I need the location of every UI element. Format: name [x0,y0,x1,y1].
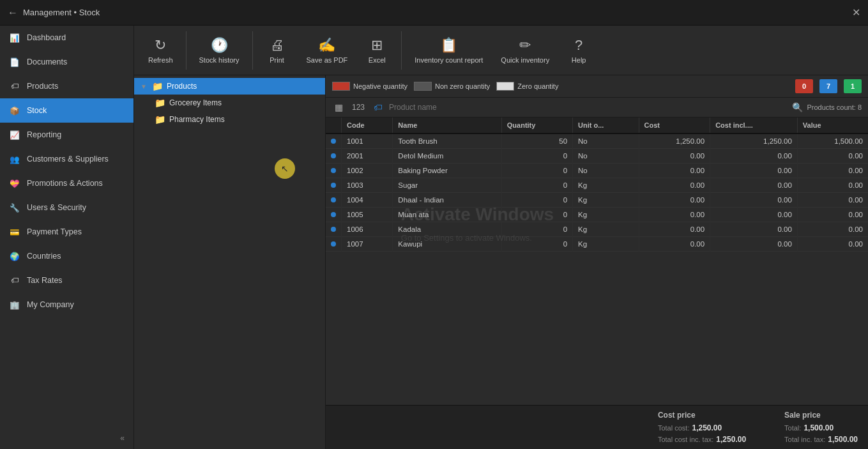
back-button[interactable]: ← [8,7,18,19]
tree-label-products-root: Products [167,82,197,91]
tree-item-products-root[interactable]: ▼ 📁 Products [134,78,325,95]
toolbar-btn-refresh[interactable]: ↻ Refresh [141,32,181,69]
badge-blue[interactable]: 7 [819,79,837,93]
footer-totals: Cost price Total cost: 1,250.00 Total co… [326,405,868,449]
sidebar-item-payment[interactable]: 💳 Payment Types [0,220,133,244]
row-quantity-0: 50 [501,133,572,149]
row-dot-4 [326,193,342,208]
pharmacy-folder-icon: 📁 [155,114,165,125]
col-code[interactable]: Code [342,118,393,133]
row-code-1: 2001 [342,149,393,164]
sidebar-item-dashboard[interactable]: 📊 Dashboard [0,26,133,50]
row-code-6: 1006 [342,222,393,237]
total-cost-inc-value: 1,250.00 [716,435,746,444]
sidebar-item-promotions[interactable]: 💝 Promotions & Actions [0,171,133,195]
row-quantity-7: 0 [501,237,572,252]
quick-inventory-icon: ✏ [519,37,531,54]
row-dot-2 [326,164,342,178]
tag-filter-icon[interactable]: 🏷 [371,101,385,114]
col-value[interactable]: Value [797,118,868,133]
sidebar-item-countries[interactable]: 🌍 Countries [0,244,133,268]
tax-icon: 🏷 [9,275,20,286]
legend-box-zero [496,82,514,91]
sidebar-collapse-button[interactable]: « [0,427,133,449]
sidebar-item-tax[interactable]: 🏷 Tax Rates [0,268,133,293]
table-row[interactable]: 1004 Dhaal - Indian 0 Kg 0.00 0.00 0.00 [326,193,868,208]
barcode-scan-icon[interactable]: ▦ [332,101,346,114]
table-row[interactable]: 1002 Baking Powder 0 No 0.00 0.00 0.00 [326,164,868,178]
row-code-4: 1004 [342,193,393,208]
stock-icon: 📦 [9,105,20,116]
sidebar-item-products[interactable]: 🏷 Products [0,74,133,98]
sidebar-label-products: Products [27,82,58,91]
table-row[interactable]: 1001 Tooth Brush 50 No 1,250.00 1,250.00… [326,133,868,149]
countries-icon: 🌍 [9,250,20,262]
number-icon[interactable]: 123 [349,102,367,113]
row-name-6: Kadala [393,222,501,237]
badge-red[interactable]: 0 [795,79,813,93]
legend-zero: Zero quantity [496,82,558,91]
dashboard-icon: 📊 [9,32,20,43]
sidebar-label-promotions: Promotions & Actions [27,179,103,188]
payment-icon: 💳 [9,226,20,238]
sidebar-label-tax: Tax Rates [27,276,63,285]
row-dot-1 [326,149,342,164]
table-row[interactable]: 1006 Kadala 0 Kg 0.00 0.00 0.00 [326,222,868,237]
customers-icon: 👥 [9,153,20,165]
print-icon: 🖨 [270,37,284,54]
row-cost-4: 0.00 [639,193,710,208]
table-row[interactable]: 1007 Kawupi 0 Kg 0.00 0.00 0.00 [326,237,868,252]
table-row[interactable]: 1005 Muan ata 0 Kg 0.00 0.00 0.00 [326,208,868,222]
toolbar-btn-print[interactable]: 🖨 Print [258,32,296,69]
toolbar-btn-save-pdf[interactable]: ✍ Save as PDF [299,32,356,69]
sidebar-item-stock[interactable]: 📦 Stock [0,98,133,123]
tree-item-pharmacy[interactable]: 📁 Pharmacy Items [134,111,325,128]
sidebar-item-users[interactable]: 🔧 Users & Security [0,195,133,220]
row-name-5: Muan ata [393,208,501,222]
tree-item-grocery[interactable]: 📁 Grocerey Items [134,95,325,111]
row-costincl-1: 0.00 [710,149,798,164]
sidebar-item-documents[interactable]: 📄 Documents [0,50,133,74]
sidebar-label-dashboard: Dashboard [27,33,66,42]
col-cost-incl[interactable]: Cost incl.... [710,118,798,133]
row-dot-5 [326,208,342,222]
products-root-folder-icon: 📁 [152,81,163,91]
table-row[interactable]: 2001 Detol Medium 0 No 0.00 0.00 0.00 [326,149,868,164]
col-unit[interactable]: Unit o... [573,118,639,133]
row-quantity-2: 0 [501,164,572,178]
row-quantity-4: 0 [501,193,572,208]
col-cost[interactable]: Cost [639,118,710,133]
row-cost-0: 1,250.00 [639,133,710,149]
total-label: Total: [784,424,801,432]
search-magnifier-icon[interactable]: 🔍 [792,102,803,112]
row-costincl-2: 0.00 [710,164,798,178]
row-name-2: Baking Powder [393,164,501,178]
sidebar-item-customers[interactable]: 👥 Customers & Suppliers [0,147,133,171]
stock-history-icon: 🕐 [211,37,228,54]
data-table-container[interactable]: Code Name Quantity Unit o... Cost Cost i… [326,118,868,405]
row-value-0: 1,500.00 [797,133,868,149]
toolbar-btn-help[interactable]: ? Help [560,32,598,69]
toolbar-btn-quick-inventory[interactable]: ✏ Quick inventory [493,32,557,69]
close-button[interactable]: ✕ [852,6,860,19]
row-code-7: 1007 [342,237,393,252]
tree-container: ▼ 📁 Products 📁 Grocerey Items 📁 Pharmacy… [134,78,325,128]
toolbar-btn-stock-history[interactable]: 🕐 Stock history [192,32,247,69]
toolbar-label-save-pdf: Save as PDF [307,56,348,64]
sidebar-item-company[interactable]: 🏢 My Company [0,293,133,317]
row-cost-3: 0.00 [639,178,710,193]
search-input[interactable] [389,103,788,112]
search-bar: ▦ 123 🏷 🔍 Products count: 8 [326,98,868,118]
badge-green[interactable]: 1 [844,79,862,93]
table-row[interactable]: 1003 Sugar 0 Kg 0.00 0.00 0.00 [326,178,868,193]
row-cost-1: 0.00 [639,149,710,164]
row-quantity-5: 0 [501,208,572,222]
col-quantity[interactable]: Quantity [501,118,572,133]
col-name[interactable]: Name [393,118,501,133]
toolbar-label-help: Help [572,56,586,64]
row-dot-3 [326,178,342,193]
toolbar-btn-excel[interactable]: ⊞ Excel [358,32,396,69]
sidebar-item-reporting[interactable]: 📈 Reporting [0,123,133,147]
sidebar-label-documents: Documents [27,57,67,66]
toolbar-btn-inventory-report[interactable]: 📋 Inventory count report [407,32,491,69]
